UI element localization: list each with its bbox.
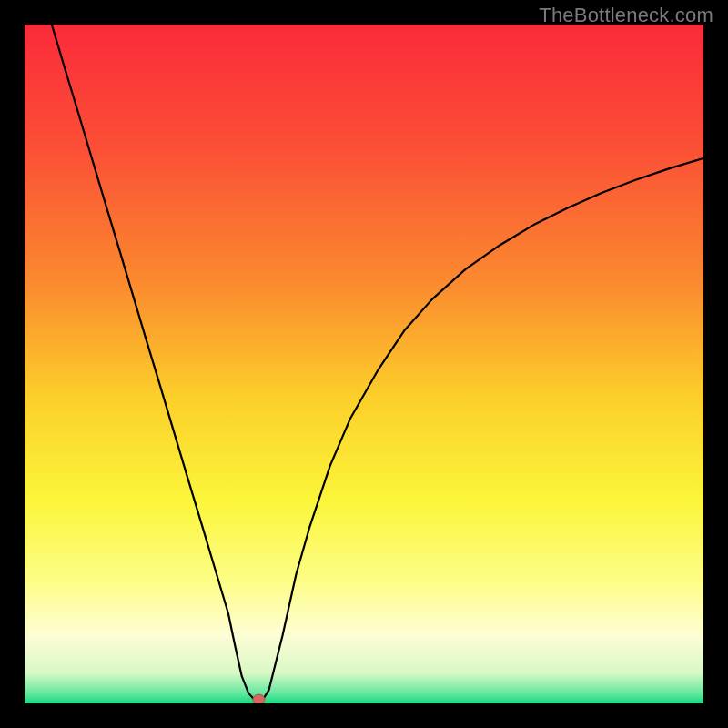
optimal-point-marker [253,694,265,703]
chart-frame: TheBottleneck.com [0,0,728,728]
watermark-text: TheBottleneck.com [539,4,713,27]
chart-plot-area [25,25,703,703]
gradient-background [25,25,703,703]
chart-svg [25,25,703,703]
